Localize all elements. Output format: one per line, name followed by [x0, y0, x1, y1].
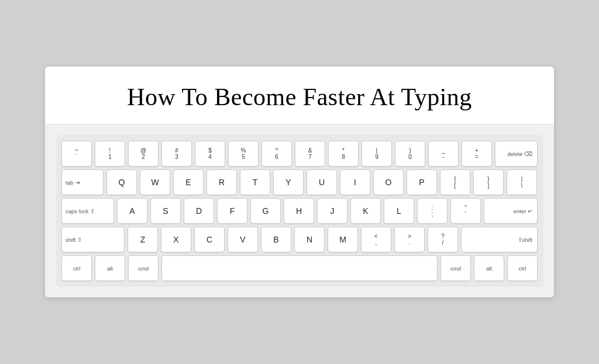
key-label-cmd-right: cmd	[450, 265, 461, 272]
key-lparen-9[interactable]: (9	[362, 141, 392, 167]
key-gt-period[interactable]: >.	[394, 227, 425, 252]
keyboard-row-row-asdf: caps lock ⇪ASDFGHJKL:;"'enter ↵	[61, 198, 538, 224]
keyboard: ~`!1@2#3$4%5^6&7*8(9)0_-+=delete ⌫tab ⇥Q…	[56, 135, 543, 287]
keyboard-section: ~`!1@2#3$4%5^6&7*8(9)0_-+=delete ⌫tab ⇥Q…	[45, 124, 554, 297]
key-n[interactable]: N	[294, 227, 325, 252]
key-letter-q: Q	[119, 178, 125, 187]
key-dual-rparen-0: )0	[408, 147, 412, 160]
key-label-shift-left: shift ⇧	[66, 237, 82, 243]
key-letter-y: Y	[285, 178, 291, 187]
key-r[interactable]: R	[206, 169, 237, 195]
key-u[interactable]: U	[307, 169, 337, 195]
key-label-capslock: caps lock ⇪	[66, 208, 95, 214]
key-letter-i: I	[354, 178, 356, 187]
key-d[interactable]: D	[184, 198, 214, 224]
key-label-alt-left: alt	[107, 265, 113, 272]
key-letter-c: C	[206, 235, 212, 244]
key-space[interactable]	[161, 255, 438, 281]
key-amp-7[interactable]: &7	[295, 141, 325, 167]
key-question-slash[interactable]: ?/	[428, 227, 458, 252]
key-s[interactable]: S	[150, 198, 181, 224]
key-letter-t: T	[253, 178, 258, 187]
key-dual-quote-apostrophe: "'	[464, 204, 467, 217]
key-cmd-right[interactable]: cmd	[440, 255, 471, 281]
keyboard-row-row-numbers: ~`!1@2#3$4%5^6&7*8(9)0_-+=delete ⌫	[61, 141, 538, 167]
key-tilde-backtick[interactable]: ~`	[61, 141, 92, 167]
key-label-ctrl-left: ctrl	[73, 265, 81, 272]
key-ctrl-right[interactable]: ctrl	[507, 255, 538, 281]
key-g[interactable]: G	[250, 198, 281, 224]
key-dual-tilde-backtick: ~`	[75, 147, 78, 160]
key-b[interactable]: B	[261, 227, 291, 252]
key-z[interactable]: Z	[128, 227, 158, 252]
key-j[interactable]: J	[317, 198, 347, 224]
key-e[interactable]: E	[173, 169, 204, 195]
key-h[interactable]: H	[284, 198, 314, 224]
key-label-cmd-left: cmd	[138, 265, 149, 272]
key-dual-percent-5: %5	[241, 147, 246, 160]
key-plus-equals[interactable]: +=	[462, 141, 492, 167]
key-at-2[interactable]: @2	[128, 141, 159, 167]
key-lbrace-lbracket[interactable]: {[	[440, 169, 470, 195]
key-capslock[interactable]: caps lock ⇪	[61, 198, 114, 224]
key-letter-d: D	[196, 206, 202, 216]
key-shift-right[interactable]: ⇧shift	[461, 227, 538, 252]
key-dual-amp-7: &7	[308, 147, 312, 160]
key-dual-underscore-minus: _-	[442, 147, 445, 160]
key-label-enter: enter ↵	[514, 208, 532, 214]
key-l[interactable]: L	[384, 198, 414, 224]
key-exclaim-1[interactable]: !1	[95, 141, 125, 167]
key-dollar-4[interactable]: $4	[195, 141, 225, 167]
key-o[interactable]: O	[373, 169, 404, 195]
key-dual-dollar-4: $4	[208, 147, 212, 160]
key-underscore-minus[interactable]: _-	[428, 141, 459, 167]
key-alt-right[interactable]: alt	[474, 255, 504, 281]
key-m[interactable]: M	[328, 227, 358, 252]
key-rbrace-rbracket[interactable]: }]	[473, 169, 504, 195]
key-cmd-left[interactable]: cmd	[128, 255, 159, 281]
key-letter-m: M	[339, 235, 346, 244]
key-letter-u: U	[319, 178, 325, 187]
key-letter-k: K	[363, 206, 368, 216]
keyboard-row-row-bottom: ctrlaltcmdcmdaltctrl	[61, 255, 538, 281]
key-rparen-0[interactable]: )0	[395, 141, 425, 167]
key-quote-apostrophe[interactable]: "'	[450, 198, 481, 224]
key-v[interactable]: V	[228, 227, 258, 252]
key-a[interactable]: A	[117, 198, 147, 224]
key-star-8[interactable]: *8	[328, 141, 359, 167]
key-dual-lt-comma: <,	[374, 233, 378, 246]
key-i[interactable]: I	[340, 169, 370, 195]
key-f[interactable]: F	[217, 198, 247, 224]
key-dual-plus-equals: +=	[475, 147, 478, 160]
key-percent-5[interactable]: %5	[228, 141, 259, 167]
page-title: How To Become Faster At Typing	[57, 83, 542, 111]
key-shift-left[interactable]: shift ⇧	[61, 227, 125, 252]
key-dual-at-2: @2	[140, 147, 146, 160]
key-letter-e: E	[185, 178, 191, 187]
key-w[interactable]: W	[140, 169, 170, 195]
key-label-shift-right: ⇧shift	[518, 237, 532, 243]
key-dual-gt-period: >.	[408, 233, 411, 246]
key-delete[interactable]: delete ⌫	[495, 141, 538, 167]
key-q[interactable]: Q	[106, 169, 137, 195]
key-k[interactable]: K	[350, 198, 381, 224]
key-colon-semicolon[interactable]: :;	[417, 198, 447, 224]
keyboard-row-row-zxcv: shift ⇧ZXCVBNM<,>.?/⇧shift	[61, 227, 538, 252]
key-pipe-backslash[interactable]: |\	[507, 169, 537, 195]
key-tab[interactable]: tab ⇥	[61, 169, 104, 195]
key-ctrl-left[interactable]: ctrl	[61, 255, 92, 281]
key-label-delete: delete ⌫	[507, 151, 532, 157]
key-p[interactable]: P	[407, 169, 437, 195]
key-letter-s: S	[163, 206, 168, 216]
key-alt-left[interactable]: alt	[95, 255, 125, 281]
key-y[interactable]: Y	[273, 169, 304, 195]
main-card: How To Become Faster At Typing ~`!1@2#3$…	[45, 67, 554, 297]
key-lt-comma[interactable]: <,	[361, 227, 391, 252]
key-t[interactable]: T	[240, 169, 270, 195]
key-enter[interactable]: enter ↵	[484, 198, 538, 224]
key-c[interactable]: C	[194, 227, 225, 252]
key-letter-x: X	[173, 235, 178, 244]
key-hash-3[interactable]: #3	[161, 141, 192, 167]
key-caret-6[interactable]: ^6	[261, 141, 292, 167]
key-x[interactable]: X	[161, 227, 191, 252]
